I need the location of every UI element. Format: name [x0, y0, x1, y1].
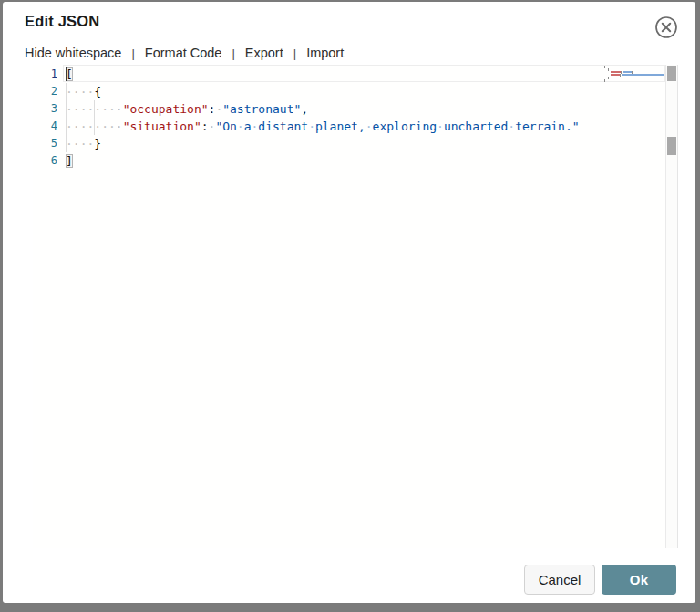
- code-line[interactable]: ]: [66, 152, 604, 170]
- scrollbar-thumb-top[interactable]: [667, 66, 676, 81]
- toolbar-separator: |: [131, 47, 134, 60]
- indent-guide: [66, 83, 67, 100]
- editor-scrollbar[interactable]: [665, 65, 678, 548]
- close-button[interactable]: [652, 13, 681, 42]
- indent-guide: [66, 118, 67, 135]
- close-icon: [652, 13, 681, 42]
- line-number: 1: [33, 66, 66, 83]
- code-line[interactable]: ····}: [66, 135, 604, 152]
- line-number: 2: [33, 83, 66, 100]
- line-number: 6: [33, 152, 66, 170]
- minimap-mark: [623, 71, 632, 73]
- minimap-mark: [608, 77, 609, 79]
- line-number: 4: [33, 118, 66, 135]
- line-number: 5: [33, 135, 66, 152]
- minimap-mark: [604, 79, 605, 82]
- toolbar-item-export[interactable]: Export: [245, 46, 283, 60]
- indent-guide: [66, 135, 67, 152]
- minimap-marks: [604, 65, 665, 548]
- code-line[interactable]: ····{: [66, 83, 604, 100]
- indent-guide: [66, 100, 67, 118]
- toolbar: Hide whitespace | Format Code | Export |…: [25, 46, 344, 60]
- line-number: 3: [33, 100, 66, 118]
- code-line[interactable]: [: [66, 66, 604, 83]
- toolbar-separator: |: [293, 47, 296, 60]
- editor-margin: 123456: [33, 66, 66, 170]
- minimap-mark: [611, 71, 621, 73]
- code-line[interactable]: ········"situation":·"On·a·distant·plane…: [66, 118, 604, 135]
- editor-code[interactable]: [····{········"occupation":·"astronaut",…: [66, 66, 604, 170]
- toolbar-item-format-code[interactable]: Format Code: [145, 46, 222, 60]
- ok-button[interactable]: Ok: [602, 565, 676, 595]
- toolbar-item-import[interactable]: Import: [306, 46, 344, 60]
- cancel-button[interactable]: Cancel: [524, 565, 595, 595]
- edit-json-dialog: Edit JSON Hide whitespace | Format Code …: [3, 2, 695, 603]
- scrollbar-thumb[interactable]: [667, 137, 676, 155]
- indent-guide: [94, 118, 95, 135]
- toolbar-separator: |: [232, 47, 234, 60]
- minimap-mark: [622, 74, 664, 76]
- minimap-mark: [608, 68, 609, 71]
- window-frame: Edit JSON Hide whitespace | Format Code …: [0, 0, 700, 612]
- toolbar-item-hide-whitespace[interactable]: Hide whitespace: [25, 46, 121, 60]
- indent-guide: [94, 100, 95, 118]
- minimap-mark: [611, 74, 620, 76]
- code-line[interactable]: ········"occupation":·"astronaut",: [66, 100, 604, 118]
- minimap[interactable]: [604, 65, 665, 548]
- minimap-mark: [604, 66, 605, 68]
- dialog-title: Edit JSON: [25, 13, 99, 30]
- text-cursor: [66, 67, 67, 81]
- json-editor[interactable]: 123456 [····{········"occupation":·"astr…: [33, 65, 678, 548]
